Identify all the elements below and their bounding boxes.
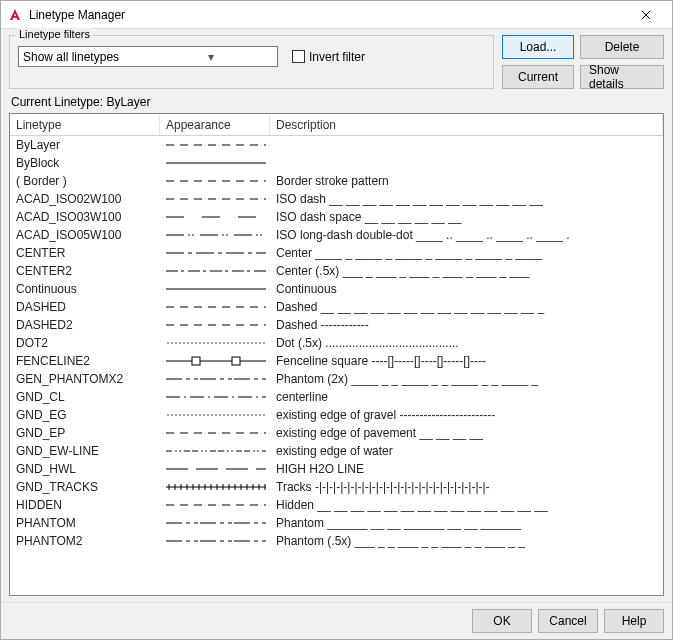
table-row[interactable]: ( Border )Border stroke pattern [10, 172, 663, 190]
cell-linetype-name: CENTER [10, 245, 160, 261]
cell-description: Center ____ _ ____ _ ____ _ ____ _ ____ … [270, 245, 663, 261]
list-body[interactable]: ByLayerByBlock( Border )Border stroke pa… [10, 136, 663, 595]
table-row[interactable]: GND_EG existing edge of gravel ---------… [10, 406, 663, 424]
svg-point-117 [256, 396, 258, 398]
svg-point-34 [226, 234, 228, 236]
window-title: Linetype Manager [29, 8, 626, 22]
cell-linetype-name: ( Border ) [10, 173, 160, 189]
filter-dropdown[interactable]: Show all linetypes ▾ [18, 46, 278, 67]
help-button[interactable]: Help [604, 609, 664, 633]
cell-linetype-name: ByBlock [10, 155, 160, 171]
svg-point-97 [263, 342, 264, 343]
cell-description [270, 144, 663, 146]
svg-point-90 [235, 342, 236, 343]
table-row[interactable]: CENTER2Center (.5x) ___ _ ___ _ ___ _ __… [10, 262, 663, 280]
cell-description: ISO dash space __ __ __ __ __ __ [270, 209, 663, 225]
svg-point-158 [201, 450, 203, 452]
table-row[interactable]: PHANTOM2Phantom (.5x) ___ _ _ ___ _ _ __… [10, 532, 663, 550]
table-row[interactable]: GND_CLcenterline [10, 388, 663, 406]
table-row[interactable]: GND_EW-LINEexisting edge of water [10, 442, 663, 460]
cell-description: Fenceline square ----[]-----[]----[]----… [270, 353, 663, 369]
show-details-button[interactable]: Show details [580, 65, 664, 89]
dialog-footer: OK Cancel Help [1, 602, 672, 639]
cell-description: Dashed __ __ __ __ __ __ __ __ __ __ __ … [270, 299, 663, 315]
filters-legend: Linetype filters [16, 28, 93, 40]
list-header: Linetype Appearance Description [10, 114, 663, 136]
svg-point-138 [239, 414, 240, 415]
table-row[interactable]: DASHEDDashed __ __ __ __ __ __ __ __ __ … [10, 298, 663, 316]
svg-point-126 [191, 414, 192, 415]
svg-point-113 [208, 396, 210, 398]
cell-description: Tracks -|-|-|-|-|-|-|-|-|-|-|-|-|-|-|-|-… [270, 479, 663, 495]
delete-button[interactable]: Delete [580, 35, 664, 59]
cell-linetype-name: DOT2 [10, 335, 160, 351]
svg-point-80 [195, 342, 196, 343]
current-linetype-label: Current Linetype: [11, 95, 103, 109]
cell-appearance [160, 498, 270, 512]
svg-point-155 [179, 450, 181, 452]
cell-linetype-name: CENTER2 [10, 263, 160, 279]
cancel-button[interactable]: Cancel [538, 609, 598, 633]
cell-appearance [160, 390, 270, 404]
cell-description: Phantom (.5x) ___ _ _ ___ _ _ ___ _ _ __… [270, 533, 663, 549]
table-row[interactable]: ContinuousContinuous [10, 280, 663, 298]
cell-appearance [160, 192, 270, 206]
table-row[interactable]: ACAD_ISO05W100ISO long-dash double-dot _… [10, 226, 663, 244]
table-row[interactable]: CENTERCenter ____ _ ____ _ ____ _ ____ _… [10, 244, 663, 262]
cell-linetype-name: GND_TRACKS [10, 479, 160, 495]
svg-point-96 [259, 342, 260, 343]
table-row[interactable]: DOT2Dot (.5x) ..........................… [10, 334, 663, 352]
svg-point-128 [199, 414, 200, 415]
table-row[interactable]: PHANTOMPhantom ______ __ __ ______ __ __… [10, 514, 663, 532]
cell-appearance [160, 318, 270, 332]
table-row[interactable]: HIDDENHidden __ __ __ __ __ __ __ __ __ … [10, 496, 663, 514]
cell-description: ISO dash __ __ __ __ __ __ __ __ __ __ _… [270, 191, 663, 207]
load-button[interactable]: Load... [502, 35, 574, 59]
cell-description: existing edge of pavement __ __ __ __ [270, 425, 663, 441]
svg-point-134 [223, 414, 224, 415]
close-icon [641, 10, 651, 20]
cell-linetype-name: GND_EW-LINE [10, 443, 160, 459]
cell-appearance [160, 282, 270, 296]
cell-linetype-name: ACAD_ISO02W100 [10, 191, 160, 207]
table-row[interactable]: GEN_PHANTOMX2Phantom (2x) ____ _ _ ____ … [10, 370, 663, 388]
table-row[interactable]: ByLayer [10, 136, 663, 154]
table-row[interactable]: GND_EP existing edge of pavement __ __ _… [10, 424, 663, 442]
cell-appearance [160, 174, 270, 188]
svg-point-167 [257, 450, 259, 452]
table-row[interactable]: DASHED2Dashed ------------ [10, 316, 663, 334]
svg-point-83 [207, 342, 208, 343]
svg-point-75 [175, 342, 176, 343]
col-description[interactable]: Description [270, 115, 663, 135]
col-linetype[interactable]: Linetype [10, 115, 160, 135]
svg-point-86 [219, 342, 220, 343]
chevron-down-icon: ▾ [148, 50, 273, 64]
table-row[interactable]: FENCELINE2Fenceline square ----[]-----[]… [10, 352, 663, 370]
col-appearance[interactable]: Appearance [160, 115, 270, 135]
table-row[interactable]: GND_TRACKSTracks -|-|-|-|-|-|-|-|-|-|-|-… [10, 478, 663, 496]
current-linetype-status: Current Linetype: ByLayer [1, 93, 672, 113]
ok-button[interactable]: OK [472, 609, 532, 633]
svg-point-166 [253, 450, 255, 452]
svg-point-136 [231, 414, 232, 415]
current-button[interactable]: Current [502, 65, 574, 89]
close-button[interactable] [626, 7, 666, 23]
cell-description: Hidden __ __ __ __ __ __ __ __ __ __ __ … [270, 497, 663, 513]
svg-point-87 [223, 342, 224, 343]
svg-point-133 [219, 414, 220, 415]
table-row[interactable]: ByBlock [10, 154, 663, 172]
svg-point-120 [167, 414, 168, 415]
cell-description [270, 162, 663, 164]
svg-point-79 [191, 342, 192, 343]
svg-point-111 [184, 396, 186, 398]
table-row[interactable]: ACAD_ISO03W100ISO dash space __ __ __ __… [10, 208, 663, 226]
svg-point-93 [247, 342, 248, 343]
invert-filter-checkbox[interactable]: Invert filter [292, 50, 365, 64]
invert-filter-label: Invert filter [309, 50, 365, 64]
table-row[interactable]: ACAD_ISO02W100ISO dash __ __ __ __ __ __… [10, 190, 663, 208]
svg-point-73 [167, 342, 168, 343]
cell-linetype-name: GND_EG [10, 407, 160, 423]
table-row[interactable]: GND_HWLHIGH H2O LINE [10, 460, 663, 478]
cell-appearance [160, 264, 270, 278]
svg-point-122 [175, 414, 176, 415]
